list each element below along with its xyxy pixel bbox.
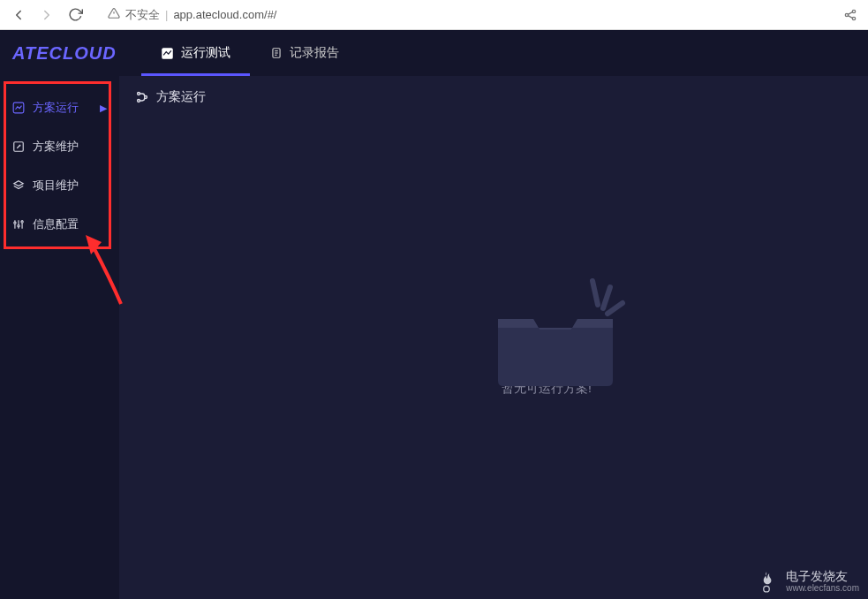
sidebar: 方案运行 ▶ 方案维护 项目维护 信息配置 <box>0 76 119 599</box>
share-icon <box>843 8 857 22</box>
watermark-url: www.elecfans.com <box>786 583 859 594</box>
edit-square-icon <box>12 140 25 153</box>
sidebar-item-label: 方案运行 <box>33 100 79 116</box>
chart-line-icon <box>161 46 175 60</box>
address-bar[interactable]: 不安全 | app.atecloud.com/#/ <box>99 3 838 27</box>
empty-box-icon <box>485 268 608 365</box>
tab-label: 记录报告 <box>290 45 339 61</box>
arrow-left-icon <box>11 7 26 23</box>
tab-label: 运行测试 <box>181 45 230 61</box>
svg-line-24 <box>593 281 598 305</box>
app-body: 方案运行 ▶ 方案维护 项目维护 信息配置 <box>0 76 868 599</box>
watermark-title: 电子发烧友 <box>786 569 859 583</box>
top-tabs: 运行测试 记录报告 <box>141 30 359 76</box>
sidebar-item-scheme-run[interactable]: 方案运行 ▶ <box>0 88 119 127</box>
content-panel: 方案运行 暂无可运行 <box>119 76 868 599</box>
layers-icon <box>12 179 25 192</box>
forward-button[interactable] <box>35 4 58 27</box>
svg-point-3 <box>852 10 855 12</box>
sidebar-item-project-maintain[interactable]: 项目维护 <box>0 166 119 205</box>
warning-icon <box>108 7 120 22</box>
security-label: 不安全 <box>125 7 160 23</box>
clipboard-icon <box>269 46 283 60</box>
svg-line-26 <box>608 303 623 314</box>
svg-point-28 <box>764 586 770 592</box>
chevron-right-icon: ▶ <box>100 102 107 114</box>
back-button[interactable] <box>7 4 30 27</box>
sidebar-item-label: 信息配置 <box>33 216 79 232</box>
sidebar-item-scheme-maintain[interactable]: 方案维护 <box>0 127 119 166</box>
svg-marker-14 <box>14 181 24 186</box>
topbar: ATECLOUD 运行测试 记录报告 <box>0 30 868 76</box>
url-text: app.atecloud.com/#/ <box>173 8 276 21</box>
svg-line-25 <box>603 287 610 308</box>
svg-line-6 <box>848 15 852 18</box>
sidebar-item-label: 方案维护 <box>33 139 79 155</box>
share-button[interactable] <box>843 8 857 22</box>
svg-point-18 <box>14 222 16 224</box>
sidebar-item-label: 项目维护 <box>33 178 79 193</box>
sidebar-item-info-config[interactable]: 信息配置 <box>0 205 119 244</box>
reload-button[interactable] <box>64 4 87 27</box>
svg-point-20 <box>21 221 23 223</box>
watermark: 电子发烧友 www.elecfans.com <box>754 569 859 594</box>
svg-point-4 <box>852 17 855 19</box>
arrow-right-icon <box>39 7 55 23</box>
tab-report[interactable]: 记录报告 <box>250 30 359 76</box>
reload-icon <box>68 7 83 22</box>
empty-state: 暂无可运行方案! <box>172 92 868 572</box>
svg-point-19 <box>18 225 19 227</box>
svg-line-5 <box>848 11 852 14</box>
logo[interactable]: ATECLOUD <box>12 43 117 64</box>
tab-run-test[interactable]: 运行测试 <box>141 30 250 76</box>
app-root: ATECLOUD 运行测试 记录报告 方案运行 <box>0 30 868 599</box>
browser-toolbar: 不安全 | app.atecloud.com/#/ <box>0 0 868 30</box>
fork-icon <box>135 90 149 104</box>
chart-line-icon <box>12 102 25 114</box>
sliders-icon <box>12 218 25 231</box>
flame-icon <box>754 569 779 594</box>
